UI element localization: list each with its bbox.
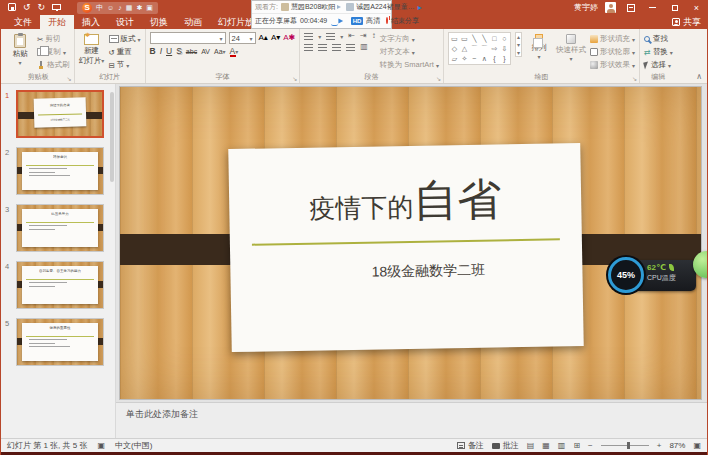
zoom-out-icon[interactable]: − xyxy=(588,442,593,450)
shapes-scroll-up-icon[interactable]: ▴ xyxy=(517,33,520,40)
signed-in-user[interactable]: 黄宇婷 xyxy=(574,2,598,13)
shape-outline-button[interactable]: 形状轮廓▾ xyxy=(590,46,635,58)
share-button[interactable]: 共享 xyxy=(672,15,701,29)
thumbnail-slide-4[interactable]: 4 自我监督、自主学习的能力 xyxy=(1,261,115,309)
user-avatar[interactable] xyxy=(605,2,616,13)
skin-icon[interactable]: ✱ xyxy=(136,4,142,11)
align-center-icon[interactable] xyxy=(318,44,327,51)
slide-title[interactable]: 疫情下的自省 xyxy=(229,169,582,234)
undo-icon[interactable]: ↺ xyxy=(23,3,31,12)
bullets-icon[interactable] xyxy=(304,33,313,40)
bold-button[interactable]: B xyxy=(150,47,156,56)
normal-view-icon[interactable]: ▤ xyxy=(527,442,535,450)
font-size-combo[interactable]: 24▾ xyxy=(229,32,256,44)
decrease-font-icon[interactable]: A▾ xyxy=(271,34,280,42)
voice-icon[interactable]: ♪ xyxy=(118,4,122,11)
tab-animations[interactable]: 动画 xyxy=(176,15,210,29)
toolbox-icon[interactable]: ▣ xyxy=(146,4,153,11)
shape-option[interactable]: ⇨ xyxy=(490,44,499,53)
thumbnail-scrollbar[interactable] xyxy=(110,92,114,182)
keyboard-icon[interactable]: ▦ xyxy=(126,4,133,11)
format-painter-button[interactable]: 格式刷 xyxy=(37,59,70,71)
shape-option[interactable]: ⇩ xyxy=(500,44,509,53)
notes-pane[interactable]: 单击此处添加备注 xyxy=(116,402,707,438)
redo-icon[interactable]: ↻ xyxy=(38,3,46,12)
align-left-icon[interactable] xyxy=(304,44,313,51)
minimize-button[interactable] xyxy=(645,2,660,14)
tab-home[interactable]: 开始 xyxy=(40,15,74,29)
shape-option[interactable]: ╲ xyxy=(480,34,489,43)
font-name-combo[interactable]: ▾ xyxy=(150,32,226,44)
slide-sorter-view-icon[interactable]: ▦ xyxy=(542,442,550,450)
language-indicator[interactable]: 中文(中国) xyxy=(115,440,152,451)
fit-to-window-icon[interactable]: ▣ xyxy=(693,442,701,450)
collapse-ribbon-icon[interactable]: ∧ xyxy=(696,72,702,81)
shapes-scroll-down-icon[interactable]: ▾ xyxy=(517,41,520,48)
ribbon-display-options-icon[interactable] xyxy=(623,2,638,14)
hd-label[interactable]: 高清 xyxy=(366,16,380,26)
slideshow-view-icon[interactable]: ⊞ xyxy=(573,442,580,450)
tab-design[interactable]: 设计 xyxy=(108,15,142,29)
speaker-icon[interactable] xyxy=(339,18,346,23)
tab-insert[interactable]: 插入 xyxy=(74,15,108,29)
thumbnail-slide-3[interactable]: 3 抗压承受力 xyxy=(1,204,115,252)
end-share-button[interactable]: 结束分享 xyxy=(391,16,419,26)
quick-styles-button[interactable]: 快速样式▾ xyxy=(556,32,586,63)
notes-toggle-button[interactable]: 备注 xyxy=(457,440,484,451)
align-right-icon[interactable] xyxy=(332,44,341,51)
increase-indent-icon[interactable]: ⇥ xyxy=(360,32,367,40)
replace-button[interactable]: ⇄替换▾ xyxy=(644,46,673,58)
end-share-power-icon[interactable] xyxy=(386,17,388,24)
shape-option[interactable]: ✧ xyxy=(460,54,469,63)
shapes-more-icon[interactable]: ▾ xyxy=(517,49,520,56)
shape-option[interactable]: ∧ xyxy=(480,54,489,63)
hd-badge[interactable]: HD xyxy=(351,17,363,25)
chinese-mode-icon[interactable]: 中 xyxy=(96,4,103,11)
shape-option[interactable]: ◇ xyxy=(450,44,459,53)
restore-button[interactable] xyxy=(667,2,682,14)
text-direction-button[interactable]: 文字方向▾ xyxy=(380,33,439,45)
clear-formatting-icon[interactable]: A✱ xyxy=(283,34,295,42)
shape-option[interactable]: □ xyxy=(490,34,499,43)
decrease-indent-icon[interactable]: ⇤ xyxy=(348,32,355,40)
arrange-button[interactable]: 排列▾ xyxy=(526,32,552,61)
font-dialog-launcher[interactable]: ↘ xyxy=(292,76,297,82)
cpu-monitor-widget[interactable]: 62℃ CPU温度 45% xyxy=(608,257,698,295)
paragraph-dialog-launcher[interactable]: ↘ xyxy=(436,76,441,82)
shape-option[interactable]: ⌒ xyxy=(470,44,479,53)
shape-option[interactable]: ╲ xyxy=(470,34,479,43)
emoji-icon[interactable]: ☺ xyxy=(107,4,114,11)
shape-effects-button[interactable]: 形状效果▾ xyxy=(590,59,635,71)
change-case-button[interactable]: Aa▾ xyxy=(214,48,226,55)
clipboard-dialog-launcher[interactable]: ↘ xyxy=(66,76,71,82)
section-button[interactable]: ⊟节▾ xyxy=(109,59,141,71)
input-method-toolbar[interactable]: S 中 ☺ ♪ ▦ ✱ ▣ xyxy=(77,2,158,14)
increase-font-icon[interactable]: A▴ xyxy=(259,34,268,42)
zoom-level[interactable]: 87% xyxy=(669,441,685,450)
cpu-usage-gauge[interactable]: 45% xyxy=(608,257,644,293)
select-button[interactable]: 选择▾ xyxy=(644,59,673,71)
viewer-chip[interactable]: 诚园A224褚显童… xyxy=(346,2,414,12)
reading-view-icon[interactable]: ▥ xyxy=(558,442,566,450)
numbering-icon[interactable] xyxy=(326,33,335,40)
shape-option[interactable]: ▭ xyxy=(460,34,469,43)
line-spacing-icon[interactable]: ↕ xyxy=(372,32,376,40)
tab-file[interactable]: 文件 xyxy=(6,15,40,29)
shape-option[interactable]: ○ xyxy=(500,34,509,43)
expand-viewers-icon[interactable]: ▸ xyxy=(418,3,422,12)
character-spacing-button[interactable]: AV xyxy=(201,48,210,55)
copy-button[interactable]: 复制▾ xyxy=(37,46,70,58)
save-icon[interactable] xyxy=(8,3,16,13)
convert-smartart-button[interactable]: 转换为 SmartArt▾ xyxy=(380,59,439,71)
italic-button[interactable]: I xyxy=(160,47,162,56)
drawing-dialog-launcher[interactable]: ↘ xyxy=(632,76,637,82)
shape-fill-button[interactable]: 形状填充▾ xyxy=(590,33,635,45)
new-slide-button[interactable]: 新建 幻灯片▾ xyxy=(79,32,105,66)
shape-option[interactable]: { xyxy=(490,54,499,63)
zoom-in-icon[interactable]: + xyxy=(657,442,662,450)
text-shadow-button[interactable]: S xyxy=(176,47,182,56)
paste-button[interactable]: 粘贴▾ xyxy=(7,32,33,67)
thumbnail-slide-5[interactable]: 5 健康的重要性 xyxy=(1,318,115,366)
shape-option[interactable]: ~ xyxy=(470,54,479,63)
tab-transitions[interactable]: 切换 xyxy=(142,15,176,29)
